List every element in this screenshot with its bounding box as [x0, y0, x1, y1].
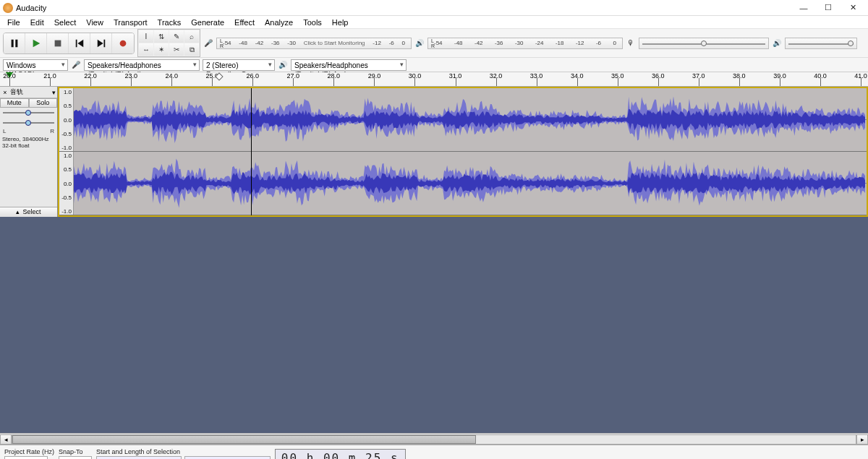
ruler-tick-label: 31.0 [449, 72, 462, 80]
maximize-button[interactable]: ☐ [816, 1, 841, 15]
window-title: Audacity [16, 4, 46, 12]
gain-slider[interactable] [3, 109, 54, 116]
multi-tool[interactable]: ✶ [154, 43, 169, 56]
selection-length-field[interactable]: 00 h 00 m 00.000 s [184, 456, 270, 459]
ruler-tick-label: 40.0 [814, 72, 827, 80]
zoom-tool[interactable]: ⌕ [184, 30, 199, 43]
channel-left[interactable]: 1.0 0.5 0.0 -0.5 -1.0 [59, 88, 867, 152]
ruler-tick-label: 33.0 [530, 72, 543, 80]
svg-marker-6 [97, 39, 103, 47]
device-toolbar: Windows WASAPI 🎤 Speakers/Headphones (Re… [0, 58, 868, 72]
ruler-tick-label: 27.0 [287, 72, 300, 80]
selection-tool[interactable]: I [139, 30, 153, 43]
project-rate-dropdown[interactable]: 384000 [4, 456, 48, 459]
amplitude-scale: 1.0 0.5 0.0 -0.5 -1.0 [59, 88, 74, 151]
close-button[interactable]: ✕ [841, 1, 865, 15]
svg-marker-2 [33, 39, 40, 47]
selection-start-field[interactable]: 00 h 00 m 25.484 s [96, 456, 182, 459]
ruler-tick-label: 23.0 [124, 72, 137, 80]
ruler-tick-label: 37.0 [692, 72, 705, 80]
playback-cursor[interactable] [251, 88, 252, 215]
solo-button[interactable]: Solo [29, 98, 58, 108]
menu-select[interactable]: Select [50, 17, 81, 27]
scrollbar-thumb[interactable] [12, 435, 476, 444]
ruler-tick-label: 21.0 [43, 72, 56, 80]
copy-tool[interactable]: ⧉ [184, 43, 199, 56]
recording-device-dropdown[interactable]: Speakers/Headphones (Realtek(R) Audi [84, 59, 200, 71]
speaker-device-icon: 🔊 [278, 60, 288, 70]
ruler-tick-label: 38.0 [733, 72, 746, 80]
ruler-tick-label: 24.0 [165, 72, 178, 80]
menu-generate[interactable]: Generate [187, 17, 229, 27]
skip-start-button[interactable] [69, 33, 90, 53]
menu-bar: File Edit Select View Transport Tracks G… [0, 16, 868, 29]
menu-transport[interactable]: Transport [109, 17, 152, 27]
pause-button[interactable] [4, 33, 25, 53]
track-menu-button[interactable]: ▾ [52, 89, 56, 96]
svg-rect-4 [75, 39, 77, 47]
menu-tracks[interactable]: Tracks [153, 17, 186, 27]
scroll-left-button[interactable]: ◂ [0, 434, 12, 445]
menu-edit[interactable]: Edit [26, 17, 48, 27]
transport-controls [3, 33, 135, 54]
record-button[interactable] [112, 33, 134, 53]
playback-device-dropdown[interactable]: Speakers/Headphones (Realtek(R) Aud [291, 59, 407, 71]
track-name[interactable]: 音轨 [10, 87, 51, 97]
amplitude-scale: 1.0 0.5 0.0 -0.5 -1.0 [59, 152, 74, 215]
ruler-tick-label: 22.0 [84, 72, 97, 80]
ruler-tick-label: 20.0 [3, 72, 16, 80]
menu-analyze[interactable]: Analyze [260, 17, 297, 27]
draw-tool[interactable]: ✎ [169, 30, 184, 43]
ruler-tick-label: 30.0 [409, 72, 422, 80]
track-control-panel: × 音轨 ▾ Mute Solo LR Stereo, 384000Hz 32-… [0, 87, 58, 217]
ruler-tick-label: 28.0 [328, 72, 341, 80]
svg-rect-1 [15, 39, 17, 47]
snap-to-dropdown[interactable]: Off [59, 456, 92, 459]
track-close-button[interactable]: × [1, 89, 9, 96]
pan-right-label: R [50, 128, 54, 134]
minimize-button[interactable]: ― [791, 1, 816, 15]
ruler-tick-label: 41.0 [854, 72, 867, 80]
recording-channels-dropdown[interactable]: 2 (Stereo) Recording C [203, 59, 275, 71]
playback-volume-slider[interactable] [785, 38, 857, 49]
waveform-area[interactable]: 1.0 0.5 0.0 -0.5 -1.0 1.0 0.5 0.0 -0.5 -… [58, 87, 868, 433]
stop-button[interactable] [47, 33, 69, 53]
menu-view[interactable]: View [82, 17, 108, 27]
scroll-right-button[interactable]: ▸ [856, 434, 868, 445]
snap-to-label: Snap-To [59, 448, 92, 455]
audio-position-display[interactable]: 00 h 00 m 25 s [275, 449, 406, 459]
play-button[interactable] [25, 33, 47, 53]
mic-icon: 🎤 [203, 38, 213, 48]
recording-meter[interactable]: LR -54-48-42-36-30 Click to Start Monito… [216, 38, 412, 49]
playback-meter[interactable]: LR -54-48-42-36-30-24-18-12-60 [427, 38, 623, 49]
transport-toolbar: I ⇅ ✎ ⌕ ↔ ✶ ✂ ⧉ 🎤 LR -54-48-42-36-30 Cli… [0, 29, 868, 58]
ruler-tick-label: 26.0 [247, 72, 260, 80]
cut-tool[interactable]: ✂ [169, 43, 184, 56]
mic-volume-icon: 🎙 [626, 38, 636, 48]
timeshift-tool[interactable]: ↔ [139, 43, 153, 56]
audio-track[interactable]: 1.0 0.5 0.0 -0.5 -1.0 1.0 0.5 0.0 -0.5 -… [58, 87, 868, 217]
audio-host-dropdown[interactable]: Windows WASAPI [3, 59, 68, 71]
ruler-tick-label: 39.0 [773, 72, 786, 80]
ruler-tick-label: 35.0 [611, 72, 624, 80]
waveform-right[interactable] [74, 152, 867, 215]
empty-track-area[interactable] [58, 217, 868, 433]
channel-right[interactable]: 1.0 0.5 0.0 -0.5 -1.0 [59, 152, 867, 215]
mute-button[interactable]: Mute [0, 98, 29, 108]
pan-left-label: L [3, 128, 6, 134]
horizontal-scrollbar[interactable]: ◂ ▸ [0, 433, 868, 445]
menu-tools[interactable]: Tools [299, 17, 326, 27]
skip-end-button[interactable] [90, 33, 112, 53]
app-logo-icon [3, 3, 13, 13]
timeline-ruler[interactable]: 20.021.022.023.024.025.026.027.028.029.0… [0, 72, 868, 87]
menu-effect[interactable]: Effect [230, 17, 259, 27]
recording-volume-slider[interactable] [639, 38, 769, 49]
track-select-button[interactable]: ▴Select [0, 207, 57, 217]
menu-file[interactable]: File [3, 17, 25, 27]
workspace: × 音轨 ▾ Mute Solo LR Stereo, 384000Hz 32-… [0, 87, 868, 433]
envelope-tool[interactable]: ⇅ [154, 30, 169, 43]
pan-slider[interactable] [3, 119, 54, 126]
selection-label: Start and Length of Selection [96, 448, 271, 455]
menu-help[interactable]: Help [328, 17, 353, 27]
waveform-left[interactable] [74, 88, 867, 151]
